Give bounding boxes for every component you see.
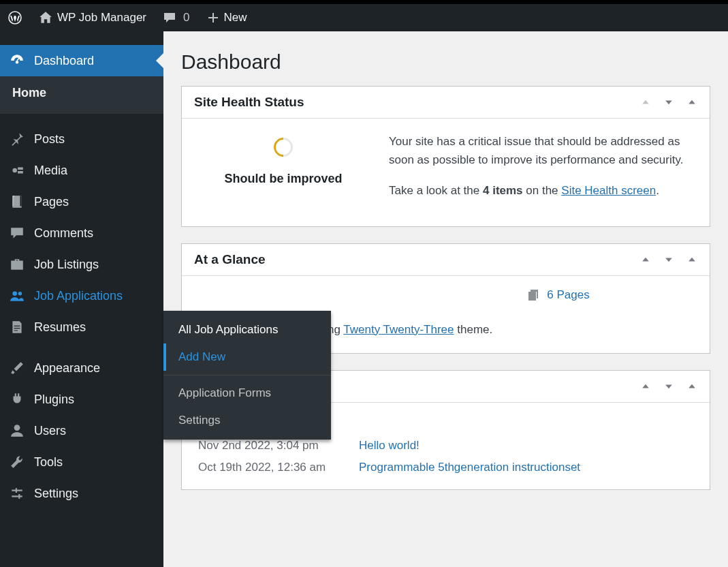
new-content[interactable]: New — [198, 4, 255, 31]
sidebar-item-plugins[interactable]: Plugins — [0, 384, 163, 415]
widget-actions — [640, 254, 697, 265]
widget-actions — [640, 97, 697, 108]
wp-logo[interactable] — [0, 4, 30, 31]
activity-post-link[interactable]: Hello world! — [359, 439, 420, 453]
theme-link[interactable]: Twenty Twenty-Three — [343, 323, 454, 336]
home-icon — [38, 10, 53, 25]
site-title: WP Job Manager — [57, 11, 146, 25]
flyout-item-label: All Job Applications — [178, 323, 278, 336]
glance-pages[interactable]: 6 Pages — [526, 288, 589, 302]
media-icon — [10, 163, 25, 178]
widget-body: Should be improved Your site has a criti… — [182, 119, 710, 226]
document-icon — [10, 320, 25, 335]
sidebar-separator — [0, 343, 163, 352]
flyout-item-add-new[interactable]: Add New — [163, 343, 331, 371]
sidebar-subitem-home[interactable]: Home — [0, 76, 163, 114]
sidebar-item-label: Pages — [34, 195, 69, 209]
sidebar-item-comments[interactable]: Comments — [0, 217, 163, 249]
sidebar-item-label: Resumes — [34, 320, 86, 335]
sidebar-item-label: Appearance — [34, 361, 100, 376]
main-content: Dashboard Site Health Status Should be i… — [163, 31, 728, 567]
flyout-item-label: Settings — [178, 414, 220, 427]
health-message: Your site has a critical issue that shou… — [389, 132, 693, 213]
chevron-up-icon[interactable] — [640, 381, 651, 392]
sidebar-item-label: Settings — [34, 487, 78, 501]
sliders-icon — [10, 486, 25, 501]
sidebar-item-label: Dashboard — [34, 54, 94, 68]
flyout-item-label: Application Forms — [178, 386, 271, 399]
sidebar-item-resumes[interactable]: Resumes — [0, 311, 163, 343]
page-icon — [10, 194, 25, 209]
sidebar-item-label: Media — [34, 164, 67, 178]
site-health-link[interactable]: Site Health screen — [561, 184, 656, 197]
triangle-up-icon[interactable] — [686, 254, 697, 265]
widget-title: At a Glance — [194, 252, 266, 267]
activity-row: Oct 19th 2022, 12:36 am Programmable 5th… — [198, 457, 693, 478]
sidebar-item-settings[interactable]: Settings — [0, 478, 163, 509]
site-name[interactable]: WP Job Manager — [30, 4, 155, 31]
briefcase-icon — [10, 257, 25, 272]
flyout-item-label: Add New — [178, 350, 225, 363]
health-issue-count: 4 items — [483, 184, 523, 197]
activity-date: Oct 19th 2022, 12:36 am — [198, 461, 359, 474]
sidebar-subitem-label: Home — [12, 86, 46, 100]
sidebar-item-job-listings[interactable]: Job Listings — [0, 249, 163, 280]
widget-site-health: Site Health Status Should be improved Yo… — [181, 86, 710, 227]
sidebar-item-label: Tools — [34, 455, 63, 470]
admin-sidebar: Dashboard Home Posts Media Pages Comment… — [0, 31, 163, 567]
user-icon — [10, 423, 25, 438]
sidebar-item-label: Plugins — [34, 393, 74, 407]
sidebar-item-dashboard[interactable]: Dashboard — [0, 45, 163, 76]
health-status-indicator: Should be improved — [198, 132, 368, 213]
health-status-label: Should be improved — [198, 169, 368, 189]
flyout-job-applications: All Job Applications Add New Application… — [163, 311, 331, 440]
users-icon — [10, 288, 25, 303]
sidebar-item-label: Job Applications — [34, 289, 123, 303]
wordpress-icon — [8, 11, 22, 25]
comments-bubble[interactable]: 0 — [155, 4, 197, 31]
activity-post-link[interactable]: Programmable 5thgeneration instructionse… — [359, 461, 580, 474]
chevron-up-icon[interactable] — [640, 254, 651, 265]
brush-icon — [10, 361, 25, 376]
plus-icon — [206, 11, 220, 25]
pin-icon — [10, 132, 25, 147]
triangle-up-icon[interactable] — [686, 381, 697, 392]
activity-date: Nov 2nd 2022, 3:04 pm — [198, 439, 359, 453]
chevron-down-icon[interactable] — [663, 97, 674, 108]
widget-header: At a Glance — [182, 244, 710, 276]
widget-header: Site Health Status — [182, 87, 710, 119]
sidebar-item-tools[interactable]: Tools — [0, 446, 163, 478]
progress-ring-icon — [270, 134, 297, 161]
widget-actions — [640, 381, 697, 392]
sidebar-item-appearance[interactable]: Appearance — [0, 352, 163, 384]
flyout-divider — [163, 375, 331, 376]
health-message-text: Your site has a critical issue that shou… — [389, 132, 693, 169]
glance-pages-label: 6 Pages — [547, 288, 589, 302]
pages-icon — [526, 288, 540, 302]
sidebar-item-users[interactable]: Users — [0, 415, 163, 446]
sidebar-item-label: Users — [34, 424, 66, 438]
flyout-item-forms[interactable]: Application Forms — [163, 380, 331, 407]
sidebar-item-label: Job Listings — [34, 258, 99, 272]
sidebar-separator — [0, 114, 163, 123]
sidebar-item-label: Posts — [34, 132, 65, 147]
comment-icon — [163, 11, 176, 25]
widget-title: Site Health Status — [194, 95, 304, 110]
comment-icon — [10, 226, 25, 241]
sidebar-item-label: Comments — [34, 226, 93, 241]
gauge-icon — [10, 53, 25, 68]
chevron-down-icon[interactable] — [663, 381, 674, 392]
sidebar-item-job-applications[interactable]: Job Applications — [0, 280, 163, 311]
sidebar-item-media[interactable]: Media — [0, 155, 163, 186]
comment-count: 0 — [180, 11, 189, 25]
flyout-item-all[interactable]: All Job Applications — [163, 316, 331, 343]
page-title: Dashboard — [181, 50, 710, 74]
health-cta: Take a look at the 4 items on the Site H… — [389, 181, 693, 200]
flyout-item-settings[interactable]: Settings — [163, 407, 331, 434]
sidebar-item-posts[interactable]: Posts — [0, 123, 163, 155]
chevron-up-icon[interactable] — [640, 97, 651, 108]
chevron-down-icon[interactable] — [663, 254, 674, 265]
triangle-up-icon[interactable] — [686, 97, 697, 108]
sidebar-item-pages[interactable]: Pages — [0, 186, 163, 217]
plug-icon — [10, 392, 25, 407]
